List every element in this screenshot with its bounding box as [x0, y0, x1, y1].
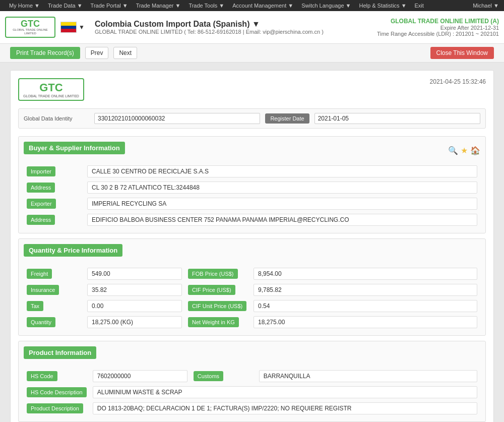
hsdesc-row: HS Code Description ALUMINIUM WASTE & SC… [24, 384, 480, 400]
insurance-value: 35.82 [87, 284, 182, 296]
home-icon[interactable]: 🏠 [470, 146, 480, 155]
print-button[interactable]: Print Trade Record(s) [10, 47, 80, 59]
buyer-supplier-section: Buyer & Supplier Information 🔍 ★ 🏠 Impor… [18, 136, 486, 233]
page-subtitle: GLOBAL TRADE ONLINE LIMITED ( Tel: 86-51… [95, 29, 377, 35]
insurance-label: Insurance [27, 285, 59, 295]
register-date-value: 2021-01-05 [314, 113, 480, 124]
freight-fob-row: Freight 549.00 FOB Price (US$) 8,954.00 [24, 266, 480, 282]
quantity-label: Quantity [27, 317, 55, 327]
account-info: GLOBAL TRADE ONLINE LIMITED (A) Expire A… [377, 18, 499, 37]
quantity-price-table: Freight 549.00 FOB Price (US$) 8,954.00 … [24, 266, 480, 330]
prev-button[interactable]: Prev [85, 47, 109, 59]
product-desc-label: Product Description [27, 403, 83, 413]
product-title: Product Information [24, 346, 96, 359]
record-logo-gtc: GTC [39, 81, 62, 94]
fob-value: 8,954.00 [254, 268, 477, 280]
nav-trade-data[interactable]: Trade Data ▼ [44, 1, 87, 10]
hs-desc-label: HS Code Description [27, 387, 87, 397]
title-area: Colombia Custom Import Data (Spanish) ▼ … [90, 20, 377, 35]
logo-area: GTC GLOBAL TRADE ONLINE LIMITED [5, 17, 55, 38]
record-card: GTC GLOBAL TRADE ONLINE LIMITED 2021-04-… [10, 70, 494, 422]
star-icon[interactable]: ★ [461, 146, 468, 155]
customs-value: BARRANQUILLA [259, 370, 477, 382]
nav-my-home[interactable]: My Home ▼ [5, 1, 44, 10]
insurance-cif-row: Insurance 35.82 CIF Price (US$) 9,785.82 [24, 282, 480, 298]
nav-trade-portal[interactable]: Trade Portal ▼ [87, 1, 132, 10]
quantity-netweight-row: Quantity 18,275.00 (KG) Net Weight in KG… [24, 314, 480, 330]
record-header: GTC GLOBAL TRADE ONLINE LIMITED 2021-04-… [18, 78, 486, 101]
cif-unit-label: CIF Unit Price (US$) [188, 301, 246, 311]
exporter-row: Exporter IMPERIAL RECYCLING SA [24, 196, 480, 212]
colombia-flag [60, 22, 77, 33]
record-date: 2021-04-25 15:32:46 [430, 78, 486, 85]
nav-trade-manager[interactable]: Trade Manager ▼ [132, 1, 185, 10]
page-title[interactable]: Colombia Custom Import Data (Spanish) ▼ [95, 20, 377, 29]
buyer-supplier-table: Importer CALLE 30 CENTRO DE RECICLAJE S.… [24, 163, 480, 228]
next-button[interactable]: Next [113, 47, 137, 59]
cif-label: CIF Price (US$) [188, 285, 235, 295]
freight-label: Freight [27, 269, 52, 279]
customs-label: Customs [194, 371, 223, 381]
product-section: Product Information HS Code 7602000000 C… [18, 341, 486, 422]
time-range: Time Range Accessible (LDR) : 201201 ~ 2… [377, 31, 499, 37]
hs-desc-value: ALUMINIUM WASTE & SCRAP [93, 386, 477, 398]
fob-label: FOB Price (US$) [188, 269, 238, 279]
user-menu[interactable]: Michael ▼ [473, 3, 499, 9]
tax-label: Tax [27, 301, 43, 311]
identity-row: Global Data Identity 3301202101000006003… [18, 108, 486, 129]
top-toolbar: Print Trade Record(s) Prev Next Close Th… [0, 44, 504, 63]
buyer-supplier-title: Buyer & Supplier Information [24, 142, 125, 154]
search-icon[interactable]: 🔍 [448, 146, 458, 155]
product-desc-value: DO 1813-20BAQ; DECLARACION 1 DE 1; FACTU… [93, 402, 477, 414]
global-data-label: Global Data Identity [24, 115, 89, 122]
nav-menu: My Home ▼ Trade Data ▼ Trade Portal ▼ Tr… [5, 1, 428, 10]
register-date-button[interactable]: Register Date [265, 113, 309, 124]
record-logo-sub: GLOBAL TRADE ONLINE LIMITED [23, 94, 79, 98]
account-name: GLOBAL TRADE ONLINE LIMITED (A) [377, 18, 499, 25]
product-table: HS Code 7602000000 Customs BARRANQUILLA … [24, 368, 480, 416]
nav-exit[interactable]: Exit [411, 1, 428, 10]
nav-account-management[interactable]: Account Management ▼ [228, 1, 297, 10]
exporter-label: Exporter [27, 199, 56, 209]
nav-trade-tools[interactable]: Trade Tools ▼ [184, 1, 228, 10]
nav-help-statistics[interactable]: Help & Statistics ▼ [355, 1, 411, 10]
importer-row: Importer CALLE 30 CENTRO DE RECICLAJE S.… [24, 163, 480, 179]
record-logo: GTC GLOBAL TRADE ONLINE LIMITED [18, 78, 84, 101]
logo-sub: GLOBAL TRADE ONLINE LIMITED [9, 28, 51, 35]
address1-value: CL 30 2 B 72 ATLANTICO TEL:3244848 [87, 182, 477, 194]
flag-area[interactable]: ▼ [60, 22, 85, 33]
address2-row: Address EDIFICIO BALBOA BUSINESS CENTER … [24, 212, 480, 228]
cif-value: 9,785.82 [254, 284, 477, 296]
hs-code-label: HS Code [27, 371, 57, 381]
main-content: GTC GLOBAL TRADE ONLINE LIMITED 2021-04-… [0, 63, 504, 422]
expire-label: Expire After 2021-12-31 [377, 25, 499, 31]
address1-label: Address [27, 183, 55, 193]
quantity-price-section: Quantity & Price Information Freight 549… [18, 238, 486, 336]
address2-label: Address [27, 215, 55, 225]
quantity-price-title: Quantity & Price Information [24, 244, 122, 257]
close-button[interactable]: Close This Window [430, 47, 494, 59]
hscode-customs-row: HS Code 7602000000 Customs BARRANQUILLA [24, 368, 480, 384]
tax-value: 0.00 [87, 300, 182, 312]
logo-gtc: GTC [21, 19, 40, 28]
product-desc-row: Product Description DO 1813-20BAQ; DECLA… [24, 400, 480, 416]
logo-box: GTC GLOBAL TRADE ONLINE LIMITED [5, 17, 55, 38]
importer-value: CALLE 30 CENTRO DE RECICLAJE S.A.S [87, 165, 477, 177]
header-bar: GTC GLOBAL TRADE ONLINE LIMITED ▼ Colomb… [0, 11, 504, 44]
quantity-value: 18,275.00 (KG) [87, 316, 182, 328]
nav-switch-language[interactable]: Switch Language ▼ [297, 1, 355, 10]
exporter-value: IMPERIAL RECYCLING SA [87, 198, 477, 210]
buyer-icons: 🔍 ★ 🏠 [448, 146, 480, 155]
tax-cifunit-row: Tax 0.00 CIF Unit Price (US$) 0.54 [24, 298, 480, 314]
cif-unit-value: 0.54 [254, 300, 477, 312]
freight-value: 549.00 [87, 268, 182, 280]
top-navigation: My Home ▼ Trade Data ▼ Trade Portal ▼ Tr… [0, 0, 504, 11]
net-weight-label: Net Weight in KG [188, 317, 239, 327]
importer-label: Importer [27, 166, 55, 176]
global-data-value: 33012021010000060032 [94, 113, 260, 124]
hs-code-value: 7602000000 [93, 370, 187, 382]
net-weight-value: 18,275.00 [254, 316, 477, 328]
address2-value: EDIFICIO BALBOA BUSINESS CENTER 752 PANA… [87, 214, 477, 226]
address1-row: Address CL 30 2 B 72 ATLANTICO TEL:32448… [24, 179, 480, 196]
flag-dropdown-icon[interactable]: ▼ [79, 24, 85, 31]
